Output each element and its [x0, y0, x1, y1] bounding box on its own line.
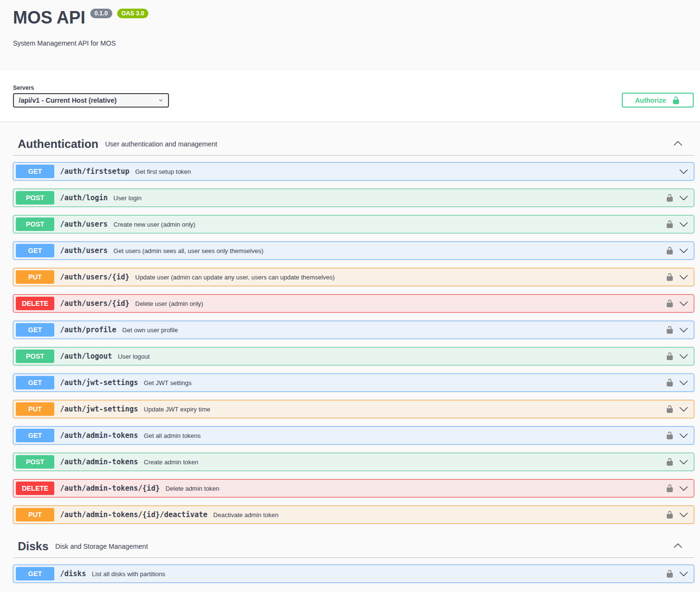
operation-path: /disks	[60, 569, 86, 578]
chevron-down-icon	[679, 483, 688, 493]
auth-lock-button[interactable]	[665, 299, 674, 308]
operation-path: /auth/jwt-settings	[60, 405, 138, 413]
method-badge: GET	[16, 323, 54, 337]
operation-controls	[665, 483, 691, 493]
method-badge: POST	[16, 217, 54, 231]
operation-controls	[665, 569, 691, 579]
operation-path: /auth/users/{id}	[60, 273, 130, 281]
operation-row[interactable]: GET /auth/firstsetup Get first setup tok…	[13, 162, 694, 181]
expand-operation-button[interactable]	[679, 431, 688, 440]
expand-operation-button[interactable]	[679, 219, 688, 229]
unlock-icon	[665, 378, 674, 387]
operation-row[interactable]: POST /auth/login User login	[13, 189, 694, 207]
expand-operation-button[interactable]	[679, 457, 688, 467]
auth-lock-button[interactable]	[665, 569, 674, 578]
operation-summary: Get first setup token	[135, 168, 191, 175]
auth-lock-button[interactable]	[665, 326, 674, 334]
expand-operation-button[interactable]	[679, 246, 688, 255]
operation-summary: User logout	[118, 353, 149, 360]
unlock-icon	[665, 299, 674, 308]
expand-operation-button[interactable]	[679, 167, 688, 176]
operation-row[interactable]: PUT /auth/jwt-settings Update JWT expiry…	[13, 400, 694, 418]
operation-summary: Get users (admin sees all, user sees onl…	[113, 247, 263, 254]
expand-operation-button[interactable]	[679, 404, 688, 414]
operation-summary: Delete user (admin only)	[135, 300, 204, 307]
collapse-section-button[interactable]	[671, 139, 685, 150]
expand-operation-button[interactable]	[679, 483, 688, 493]
operation-row[interactable]: PUT /auth/admin-tokens/{id}/deactivate D…	[13, 506, 694, 524]
chevron-down-icon	[679, 404, 688, 414]
method-badge: PUT	[16, 402, 54, 416]
operation-summary: Update user (admin can update any user, …	[135, 274, 335, 281]
expand-operation-button[interactable]	[679, 378, 688, 387]
operation-summary: Get all admin tokens	[144, 432, 201, 439]
method-badge: POST	[16, 350, 54, 363]
chevron-down-icon	[679, 457, 688, 467]
method-badge: GET	[16, 567, 54, 580]
unlock-icon	[672, 96, 680, 105]
unlock-icon	[665, 458, 674, 466]
operation-row[interactable]: POST /auth/logout User logout	[13, 347, 694, 365]
expand-operation-button[interactable]	[679, 351, 688, 361]
expand-operation-button[interactable]	[679, 299, 688, 308]
expand-operation-button[interactable]	[679, 569, 688, 579]
auth-lock-button[interactable]	[665, 352, 674, 361]
api-section: Authentication User authentication and m…	[13, 133, 694, 524]
unlock-icon	[665, 569, 674, 578]
operation-summary: Update JWT expiry time	[144, 406, 210, 413]
auth-lock-button[interactable]	[665, 510, 674, 519]
section-header[interactable]: Authentication User authentication and m…	[13, 133, 694, 156]
unlock-icon	[665, 273, 674, 281]
servers-select[interactable]: /api/v1 - Current Host (relative)	[13, 93, 169, 108]
operation-controls	[665, 246, 691, 255]
operation-row[interactable]: GET /disks List all disks with partition…	[13, 565, 694, 583]
auth-lock-button[interactable]	[665, 193, 674, 202]
operation-row[interactable]: PUT /auth/users/{id} Update user (admin …	[13, 268, 694, 286]
unlock-icon	[665, 431, 674, 440]
method-badge: GET	[16, 165, 54, 178]
operation-path: /auth/firstsetup	[60, 167, 130, 176]
expand-operation-button[interactable]	[679, 325, 688, 335]
collapse-section-button[interactable]	[671, 541, 685, 552]
auth-lock-button[interactable]	[665, 378, 674, 387]
chevron-down-icon	[679, 193, 688, 203]
section-header[interactable]: Disks Disk and Storage Management	[13, 535, 694, 558]
operation-path: /auth/users	[60, 246, 108, 255]
operation-controls	[665, 378, 691, 387]
operation-row[interactable]: POST /auth/admin-tokens Create admin tok…	[13, 453, 694, 471]
method-badge: PUT	[16, 508, 54, 521]
api-section: Disks Disk and Storage Management GET /d…	[13, 535, 694, 583]
servers-label: Servers	[13, 85, 169, 91]
operation-controls	[665, 431, 691, 440]
servers-select-wrap: /api/v1 - Current Host (relative)	[13, 93, 169, 108]
operation-row[interactable]: DELETE /auth/users/{id} Delete user (adm…	[13, 294, 694, 313]
auth-lock-button[interactable]	[665, 273, 674, 281]
authorize-button[interactable]: Authorize	[622, 93, 694, 108]
auth-lock-button[interactable]	[665, 484, 674, 493]
auth-lock-button[interactable]	[665, 405, 674, 413]
unlock-icon	[665, 220, 674, 229]
operation-summary: Get JWT settings	[144, 379, 192, 387]
operation-summary: User login	[113, 194, 142, 202]
chevron-down-icon	[679, 351, 688, 361]
auth-lock-button[interactable]	[665, 220, 674, 229]
auth-lock-button[interactable]	[665, 246, 674, 255]
operation-row[interactable]: POST /auth/users Create new user (admin …	[13, 215, 694, 233]
operation-row[interactable]: GET /auth/users Get users (admin sees al…	[13, 242, 694, 260]
unlock-icon	[665, 352, 674, 361]
chevron-down-icon	[679, 325, 688, 335]
method-badge: DELETE	[16, 482, 54, 495]
expand-operation-button[interactable]	[679, 193, 688, 203]
auth-lock-button[interactable]	[665, 431, 674, 440]
operation-row[interactable]: GET /auth/admin-tokens Get all admin tok…	[13, 426, 694, 445]
operation-summary: Get own user profile	[122, 326, 178, 334]
method-badge: POST	[16, 455, 54, 469]
chevron-down-icon	[679, 167, 688, 176]
expand-operation-button[interactable]	[679, 272, 688, 282]
operation-row[interactable]: GET /auth/jwt-settings Get JWT settings	[13, 374, 694, 392]
operation-row[interactable]: DELETE /auth/admin-tokens/{id} Delete ad…	[13, 479, 694, 497]
operation-row[interactable]: GET /auth/profile Get own user profile	[13, 321, 694, 339]
expand-operation-button[interactable]	[679, 510, 688, 520]
auth-lock-button[interactable]	[665, 458, 674, 466]
scheme-inner: Servers /api/v1 - Current Host (relative…	[0, 85, 700, 108]
